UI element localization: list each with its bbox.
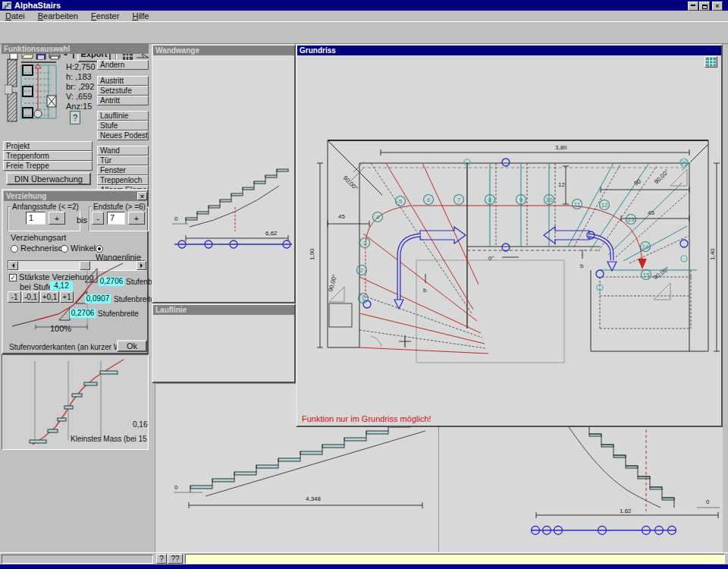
step-number: 6 [427, 196, 431, 203]
anfangsstufe-plus-button[interactable]: + [49, 212, 65, 225]
radio-winkel[interactable]: Winkel [61, 244, 96, 253]
elevation-left-dim: 4,348 [306, 495, 322, 502]
verziehung-dialog: Verziehung × Anfangsstufe (< =2) 1 + bis… [2, 189, 149, 354]
zero-angle-label: 0° [488, 255, 494, 262]
minimize-button[interactable] [688, 2, 698, 11]
close-button[interactable]: × [712, 2, 723, 11]
endstufe-input[interactable]: 7 [107, 212, 125, 225]
button-aendern[interactable]: Ändern [97, 60, 149, 70]
button-tuer[interactable]: Tür [97, 156, 149, 165]
mass-label: Kleinstes Mass (bei 15 cm) [71, 435, 148, 443]
dim-right: 1,40 [709, 248, 716, 260]
m3-value: 0,2706 [70, 309, 96, 318]
menu-datei[interactable]: Datei [0, 11, 30, 21]
restore-button[interactable] [699, 2, 710, 11]
button-antritt[interactable]: Antritt [97, 96, 149, 105]
m1-label: Stufenbr [126, 278, 155, 286]
step-number: 9 [519, 196, 523, 203]
status-message-field [185, 554, 725, 564]
verziehung-close-icon[interactable]: × [137, 192, 147, 200]
help-button[interactable]: ? [70, 111, 80, 124]
button-projekt[interactable]: Projekt [3, 141, 93, 151]
step-number: 3 [363, 240, 367, 247]
mass-chart: 0,16 Kleinstes Mass (bei 15 cm) [2, 355, 148, 449]
percent-label: 100% [50, 324, 71, 333]
application-window: AlphaStairs × Datei Bearbeiten Fenster H… [0, 0, 728, 569]
dim-left: 1,90 [309, 248, 315, 260]
app-titlebar: AlphaStairs × [0, 0, 728, 11]
wandwange-titlebar[interactable]: Wandwange [153, 46, 294, 55]
value-v: V: ,659 [66, 92, 96, 102]
step-number: 4 [376, 214, 380, 221]
value-tread: br: ,292 [66, 82, 96, 92]
radio-winkel-icon[interactable] [61, 245, 68, 253]
ok-button[interactable]: Ok [117, 340, 147, 352]
radio-rechnerisch[interactable]: Rechnerisch [11, 244, 67, 253]
endstufe-plus-button[interactable]: + [128, 212, 145, 225]
bottom-edge-strip [0, 564, 728, 569]
lauflinie-titlebar[interactable]: Lauflinie [153, 305, 294, 315]
elevation-left-origin: 0 [174, 484, 178, 491]
wandwange-drawing: 0 6,62 [153, 55, 294, 302]
button-stufe[interactable]: Stufe [97, 121, 149, 130]
step-number: 1 [362, 295, 366, 302]
elevation-right-origin: 0 [706, 498, 710, 505]
button-wand[interactable]: Wand [97, 146, 149, 156]
mass-value: 0,16 [133, 420, 148, 429]
wandwange-origin: 0 [174, 215, 178, 222]
dim-45-left: 45 [338, 213, 345, 220]
step-number: 7 [457, 196, 461, 203]
toolbar: Export || ··· ⊥ AB 3D [0, 21, 728, 44]
funktionsauswahl-titlebar[interactable]: Funktionsauswahl [2, 44, 149, 54]
verziehung-titlebar[interactable]: Verziehung [4, 191, 146, 201]
dim-12: 12 [558, 181, 565, 188]
grundriss-window: Grundriss [296, 44, 723, 427]
status-left-panel [2, 555, 153, 564]
radio-rechnerisch-icon[interactable] [11, 245, 18, 253]
status-help-button[interactable]: ? [156, 554, 167, 564]
button-treppenform[interactable]: Treppenform [3, 151, 93, 161]
step-number: 10 [546, 196, 553, 203]
button-treppenloch[interactable]: Treppenloch [97, 175, 149, 185]
anfangsstufe-input[interactable]: 1 [26, 212, 46, 225]
radio-winkel-label: Winkel [71, 244, 96, 253]
step-number: 2 [360, 267, 364, 274]
app-icon [2, 2, 11, 9]
button-lauflinie[interactable]: Lauflinie [97, 111, 149, 121]
radio-wangenlinie[interactable]: Wangenlinie [96, 244, 147, 262]
button-neues-podest[interactable]: Neues Podest [97, 130, 149, 140]
button-freie-treppe[interactable]: Freie Treppe [3, 161, 93, 171]
step-number: 8 [488, 196, 492, 203]
value-rise: h: ,183 [66, 72, 96, 82]
endstufe-label: Endstufe (> =6) [92, 203, 147, 211]
dim-45-right: 45 [648, 209, 654, 216]
button-fenster[interactable]: Fenster [97, 165, 149, 175]
menu-bar: Datei Bearbeiten Fenster Hilfe [0, 11, 728, 21]
button-setzstufe[interactable]: Setzstufe [97, 86, 149, 96]
radio-wangenlinie-icon[interactable] [96, 245, 103, 253]
status-bar: ? ?? [0, 552, 728, 564]
angle-bottom-right: 90,00° [652, 266, 670, 281]
step-number: 14 [642, 244, 649, 250]
elevation-right-dim: 1,62 [620, 508, 632, 514]
step-number: 5 [399, 198, 403, 205]
m2-label: Stufenbreite [114, 295, 155, 303]
verziehungsart-label: Verziehungsart [11, 233, 66, 242]
angle-bottom-left: 90,00° [327, 274, 338, 293]
b-label-left: b [423, 287, 427, 294]
menu-hilfe[interactable]: Hilfe [127, 11, 154, 21]
m3-label: Stufenbreite [98, 310, 139, 318]
button-austritt[interactable]: Austritt [97, 76, 149, 86]
step-number: 11 [574, 201, 581, 208]
menu-fenster[interactable]: Fenster [86, 11, 124, 21]
endstufe-minus-button[interactable]: - [92, 212, 104, 225]
step-number: 15 [643, 272, 650, 278]
grundriss-titlebar[interactable]: Grundriss [297, 46, 721, 55]
menu-bearbeiten[interactable]: Bearbeiten [33, 11, 83, 21]
bis-label: bis [77, 215, 87, 225]
lauflinie-window: Lauflinie [152, 303, 296, 383]
wandwange-dim: 6,62 [265, 230, 278, 237]
anfangsstufe-label: Anfangsstufe (< =2) [11, 203, 80, 211]
status-help2-button[interactable]: ?? [168, 554, 183, 564]
din-ueberwachung-button[interactable]: DIN Überwachung [6, 172, 91, 185]
